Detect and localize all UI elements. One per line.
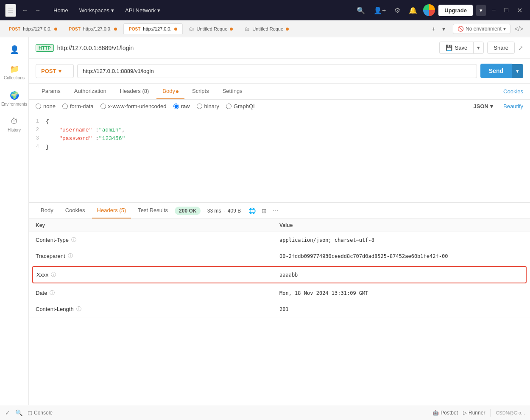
share-button[interactable]: Share — [487, 42, 515, 54]
tab-4[interactable]: 🗂 Untitled Reque — [184, 23, 239, 34]
response-headers-table: Key Value Content-Type ⓘ application/jso… — [29, 219, 530, 420]
tab-overflow-button[interactable]: ▾ — [440, 24, 448, 34]
nav-links: Home Workspaces ▾ API Network ▾ — [48, 5, 165, 16]
info-icon[interactable]: ⓘ — [51, 271, 56, 278]
beautify-button[interactable]: Beautify — [503, 103, 523, 109]
unsaved-dot — [286, 28, 289, 31]
tab-2[interactable]: POST http://127.0.0. — [64, 23, 123, 34]
tab-settings[interactable]: Settings — [217, 84, 248, 99]
radio-graphql[interactable]: GraphQL — [226, 103, 256, 109]
tab-3-active[interactable]: POST http://127.0.0. — [123, 23, 183, 34]
radio-form-data[interactable]: form-data — [62, 103, 94, 109]
workspaces-link[interactable]: Workspaces ▾ — [74, 5, 119, 16]
home-link[interactable]: Home — [48, 5, 73, 16]
tab-headers[interactable]: Headers (8) — [114, 84, 155, 99]
close-icon[interactable]: ✕ — [514, 4, 525, 17]
content-area: HTTP http://127.0.0.1:8889/v1/login 💾 Sa… — [29, 37, 530, 420]
tab-1[interactable]: POST http://127.0.0. — [3, 23, 63, 34]
request-header: HTTP http://127.0.0.1:8889/v1/login 💾 Sa… — [29, 37, 530, 59]
radio-binary[interactable]: binary — [197, 103, 219, 109]
tab-label: Untitled Reque — [252, 26, 283, 31]
titlebar: ☰ ← → Home Workspaces ▾ API Network ▾ 🔍 … — [0, 0, 530, 20]
table-icon[interactable]: ⊞ — [260, 206, 268, 216]
env-chevron-icon: ▾ — [503, 26, 506, 32]
avatar[interactable] — [423, 4, 435, 16]
radio-urlencoded[interactable]: x-www-form-urlencoded — [100, 103, 167, 109]
table-header-row: Key Value — [29, 219, 530, 232]
environments-label: Environments — [1, 102, 27, 107]
api-network-chevron-icon: ▾ — [157, 7, 160, 14]
workspaces-label: Workspaces — [79, 7, 109, 14]
url-bar: POST ▾ Send ▾ — [29, 59, 530, 84]
radio-none[interactable]: none — [36, 103, 56, 109]
tab-5[interactable]: 🗂 Untitled Reque — [239, 23, 294, 34]
hamburger-menu[interactable]: ☰ — [5, 4, 16, 17]
request-icon: 🗂 — [245, 26, 250, 32]
upgrade-dropdown-button[interactable]: ▾ — [476, 5, 486, 16]
url-input[interactable] — [77, 64, 477, 78]
upgrade-button[interactable]: Upgrade — [438, 5, 473, 16]
val-content-type: application/json; charset=utf-8 — [279, 237, 523, 243]
postbot-label[interactable]: 🤖 Postbot — [432, 410, 458, 416]
add-tab-button[interactable]: + — [430, 24, 438, 34]
method-badge: POST — [9, 27, 20, 31]
sidebar-item-profile[interactable]: 👤 — [2, 41, 27, 59]
save-button[interactable]: 💾 Save — [439, 42, 474, 54]
send-dropdown-button[interactable]: ▾ — [512, 64, 523, 78]
search-bottom-icon[interactable]: 🔍 — [15, 409, 22, 416]
search-icon[interactable]: 🔍 — [354, 4, 368, 17]
minimize-icon[interactable]: − — [489, 4, 498, 17]
bottom-bar: ✓ 🔍 ▢ Console 🤖 Postbot ▷ Runner CSDN@Gl… — [0, 405, 530, 420]
sidebar-item-environments[interactable]: 🌍 Environments — [2, 87, 27, 111]
resp-tab-body[interactable]: Body — [36, 203, 59, 218]
header-row-content-type: Content-Type ⓘ application/json; charset… — [29, 232, 530, 248]
cookies-link[interactable]: Cookies — [503, 88, 523, 95]
add-user-icon[interactable]: 👤+ — [371, 4, 388, 17]
collections-label: Collections — [4, 76, 25, 81]
api-network-link[interactable]: API Network ▾ — [120, 5, 165, 16]
response-actions: 🌐 ⊞ ⋯ — [247, 206, 280, 216]
sidebar: 👤 📁 Collections 🌍 Environments ⏱ History… — [0, 37, 29, 420]
code-view-button[interactable]: </> — [511, 24, 527, 34]
tab-authorization[interactable]: Authorization — [68, 84, 112, 99]
globe-icon[interactable]: 🌐 — [247, 206, 257, 216]
tab-params[interactable]: Params — [36, 84, 67, 99]
tab-actions: + ▾ — [430, 24, 448, 34]
method-selector[interactable]: POST ▾ — [36, 64, 74, 78]
tab-scripts[interactable]: Scripts — [186, 84, 215, 99]
radio-raw[interactable]: raw — [173, 103, 190, 109]
val-content-length: 201 — [279, 306, 523, 312]
json-type-label: JSON — [474, 103, 488, 109]
key-xxxx: Xxxx ⓘ — [36, 271, 279, 278]
body-active-dot — [176, 90, 179, 93]
resp-tab-headers[interactable]: Headers (5) — [92, 203, 131, 218]
environment-selector[interactable]: 🚫 No environment ▾ — [453, 24, 510, 34]
info-icon[interactable]: ⓘ — [50, 289, 55, 297]
send-button[interactable]: Send — [480, 64, 512, 78]
nav-forward-button[interactable]: → — [32, 5, 43, 15]
save-dropdown-button[interactable]: ▾ — [473, 42, 484, 54]
code-editor[interactable]: 1 { 2 "username" :"admin", 3 "password" … — [29, 113, 530, 202]
nav-back-button[interactable]: ← — [20, 5, 31, 15]
sidebar-item-history[interactable]: ⏱ History — [2, 113, 27, 137]
expand-button[interactable]: ⤢ — [518, 45, 523, 51]
info-icon[interactable]: ⓘ — [68, 252, 73, 260]
info-icon[interactable]: ⓘ — [76, 305, 81, 313]
key-date: Date ⓘ — [36, 289, 279, 297]
resp-tab-test-results[interactable]: Test Results — [133, 203, 173, 218]
code-line-2: 2 "username" :"admin", — [29, 127, 530, 135]
runner-label[interactable]: ▷ Runner — [463, 410, 485, 416]
maximize-icon[interactable]: □ — [502, 4, 511, 17]
tab-body[interactable]: Body — [156, 84, 184, 99]
settings-icon[interactable]: ⚙ — [392, 4, 403, 17]
bell-icon[interactable]: 🔔 — [406, 4, 420, 17]
console-label[interactable]: ▢ Console — [28, 410, 53, 416]
more-options-icon[interactable]: ⋯ — [271, 206, 280, 216]
resp-tab-cookies[interactable]: Cookies — [60, 203, 90, 218]
val-xxxx: aaaabb — [279, 272, 522, 278]
sidebar-item-collections[interactable]: 📁 Collections — [2, 60, 27, 85]
header-row-content-length: Content-Length ⓘ 201 — [29, 301, 530, 317]
info-icon[interactable]: ⓘ — [71, 236, 76, 244]
val-traceparent: 00-2fddb099774930ceedd8c707d0ad8525-8745… — [279, 253, 523, 259]
json-type-selector[interactable]: JSON ▾ — [474, 103, 493, 109]
